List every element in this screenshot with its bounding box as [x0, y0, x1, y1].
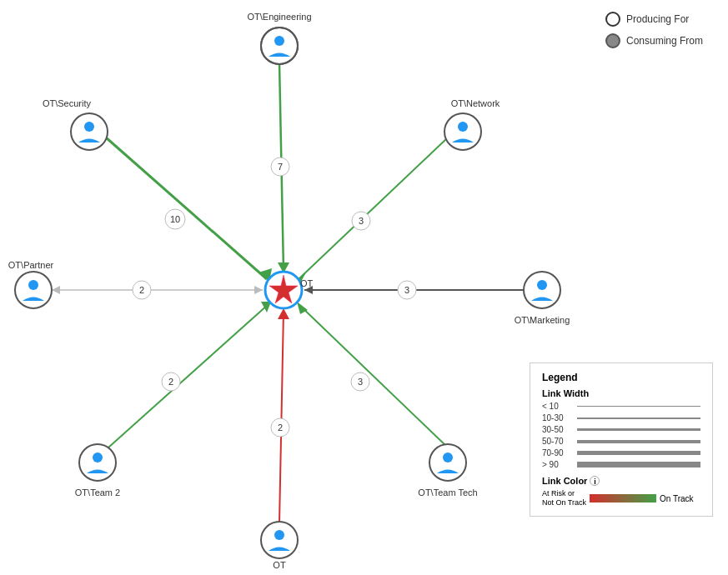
- svg-point-41: [458, 122, 468, 132]
- lw-line-5: [577, 451, 700, 455]
- svg-line-29: [279, 311, 284, 523]
- svg-text:2: 2: [168, 377, 173, 387]
- svg-text:10: 10: [170, 214, 180, 224]
- lw-label-3: 30-50: [542, 425, 574, 434]
- lw-label-5: 70-90: [542, 448, 574, 458]
- at-risk-label: At Risk orNot On Track: [542, 489, 586, 508]
- svg-text:OT: OT: [273, 560, 286, 570]
- svg-point-44: [28, 280, 38, 290]
- link-color-row: At Risk orNot On Track On Track: [542, 489, 700, 508]
- lw-row-6: > 90: [542, 460, 700, 469]
- svg-text:OT\Network: OT\Network: [451, 98, 500, 108]
- lw-row-2: 10-30: [542, 413, 700, 422]
- svg-marker-15: [254, 286, 263, 294]
- svg-text:3: 3: [359, 216, 364, 226]
- color-gradient: [590, 494, 656, 502]
- svg-point-50: [93, 452, 103, 462]
- svg-text:OT\Team 2: OT\Team 2: [75, 488, 120, 498]
- svg-text:OT\Engineering: OT\Engineering: [247, 12, 311, 22]
- lw-row-3: 30-50: [542, 425, 700, 434]
- svg-text:OT\Marketing: OT\Marketing: [515, 315, 570, 325]
- svg-text:2: 2: [278, 422, 283, 432]
- svg-text:3: 3: [358, 377, 363, 387]
- link-color-info-icon[interactable]: i: [590, 476, 600, 486]
- lw-label-6: > 90: [542, 460, 574, 469]
- svg-text:OT\Team Tech: OT\Team Tech: [418, 488, 477, 498]
- svg-point-34: [274, 36, 284, 46]
- svg-text:7: 7: [278, 162, 283, 172]
- svg-line-8: [299, 138, 448, 279]
- lw-label-1: < 10: [542, 402, 574, 411]
- lw-row-4: 50-70: [542, 437, 700, 446]
- legend-title: Legend: [542, 372, 700, 383]
- svg-line-25: [299, 304, 448, 448]
- svg-point-53: [443, 452, 453, 462]
- link-width-title: Link Width: [542, 388, 700, 398]
- legend-box: Legend Link Width < 10 10-30 30-50 50-70…: [530, 362, 713, 517]
- svg-text:3: 3: [404, 285, 409, 295]
- svg-point-56: [274, 530, 284, 540]
- lw-line-2: [577, 418, 700, 419]
- link-color-title: Link Color i: [542, 476, 700, 486]
- svg-marker-32: [278, 308, 289, 319]
- svg-text:OT\Partner: OT\Partner: [8, 260, 54, 270]
- lw-row-5: 70-90: [542, 448, 700, 458]
- lw-label-2: 10-30: [542, 413, 574, 422]
- lw-line-3: [577, 428, 700, 431]
- svg-line-4: [106, 138, 267, 279]
- svg-line-21: [108, 304, 269, 448]
- svg-point-38: [84, 122, 94, 132]
- svg-text:OT\Security: OT\Security: [43, 98, 92, 108]
- svg-point-47: [537, 280, 547, 290]
- link-color-section: Link Color i At Risk orNot On Track On T…: [542, 476, 700, 508]
- lw-line-4: [577, 440, 700, 443]
- on-track-label: On Track: [660, 494, 694, 503]
- lw-line-6: [577, 462, 700, 468]
- svg-marker-16: [52, 286, 60, 294]
- svg-text:2: 2: [139, 285, 144, 295]
- lw-label-4: 50-70: [542, 437, 574, 446]
- lw-row-1: < 10: [542, 402, 700, 411]
- svg-text:OT: OT: [300, 278, 314, 288]
- lw-line-1: [577, 406, 700, 407]
- graph-container: Producing For Consuming From 7 10 3: [0, 0, 728, 575]
